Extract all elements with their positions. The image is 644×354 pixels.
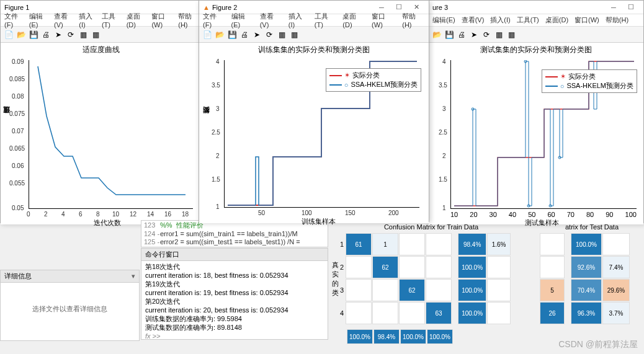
conf-cell: 100.0% [347,329,373,344]
figure1-plot: 适应度值 0.09 0.085 0.08 0.075 0.07 0.065 0.… [1,57,201,224]
conf-cell: 98.4% [458,233,486,255]
ytick: 2.5 [439,129,447,136]
menu-view[interactable]: 查看(V) [260,12,282,29]
open-icon[interactable]: 📂 [16,29,27,40]
figure2-legend[interactable]: ✶实际分类 ○SSA-HKELM预测分类 [326,68,421,92]
menu-insert[interactable]: 插入(I) [288,12,308,29]
conf-cell [399,302,425,324]
menu-desktop[interactable]: 桌面(D) [342,12,365,29]
rotate-icon[interactable]: ⟳ [481,29,492,40]
conf-cell [346,256,372,278]
arrow-icon[interactable]: ➤ [53,29,64,40]
conf-cell: 62 [399,279,425,301]
print-icon[interactable]: 🖨 [456,29,467,40]
menu-help[interactable]: 帮助(H) [402,12,425,29]
ytick: 2 [442,153,446,159]
menu-edit[interactable]: 编辑(E) [29,12,48,29]
grid1-icon[interactable]: ▦ [276,29,287,40]
menu-edit[interactable]: 编辑(E) [432,15,455,25]
figure3-title: ure 3 [432,4,448,11]
grid2-icon[interactable]: ▦ [90,29,101,40]
conf-cell [346,302,372,324]
legend-line-blue [545,86,558,87]
code-text: %% 性能评价 [160,221,203,229]
print-icon[interactable]: 🖨 [40,29,51,40]
ytick: 3 [442,105,446,112]
open-icon[interactable]: 📂 [214,29,225,40]
ytick: 1 [442,205,446,211]
menu-tools[interactable]: 工具(T) [102,12,120,29]
save-icon[interactable]: 💾 [444,29,455,40]
legend-line-blue [329,84,342,86]
ytick: 0.09 [12,58,24,65]
save-icon[interactable]: 💾 [28,29,39,40]
code-editor[interactable]: 123%% 性能评价 124 -error1 = sum((sim_train1… [141,220,328,247]
command-prompt[interactable]: fx >> [145,332,324,340]
menu-insert[interactable]: 插入(I) [490,15,510,25]
grid2-icon[interactable]: ▦ [288,29,300,40]
xtick: 50 [258,210,265,216]
detail-message: 选择文件以查看详细信息 [1,283,139,314]
menu-tools[interactable]: 工具(T) [315,12,337,29]
menu-window[interactable]: 窗口(W) [372,12,396,29]
menu-desktop[interactable]: 桌面(D) [127,12,146,29]
figure3-legend[interactable]: ✶实际分类 ○SSA-HKELM预测分类 [542,69,637,93]
save-icon[interactable]: 💾 [226,29,238,40]
menu-window[interactable]: 窗口(W) [575,15,599,25]
conf-cell [602,233,630,255]
conf-cell: 61 [346,233,372,255]
xtick: 10 [112,211,119,218]
ytick: 2 [216,153,220,159]
xtick: 150 [345,210,356,216]
new-icon[interactable]: 📄 [3,29,14,40]
figure3-titlebar[interactable]: ure 3─☐ [429,1,643,14]
figure2-toolbar: 📄 📂 💾 🖨 ➤ ⟳ ▦ ▦ [199,27,429,43]
confusion-test: atrix for Test Data 5 26 100.0% 92.6% 7.… [540,223,644,324]
menu-help[interactable]: 帮助(H) [606,15,628,25]
detail-panel: 详细信息 ▾ 选择文件以查看详细信息 [0,270,140,341]
grid2-icon[interactable]: ▦ [506,29,517,40]
conf-cell: 98.4% [373,329,400,344]
conf-cell [399,233,425,255]
rotate-icon[interactable]: ⟳ [65,29,76,40]
arrow-icon[interactable]: ➤ [468,29,480,40]
xtick: 16 [164,211,171,218]
dropdown-icon[interactable]: ▾ [132,272,135,280]
grid1-icon[interactable]: ▦ [78,29,89,40]
command-window-title: 命令行窗口 [141,249,328,261]
menu-edit[interactable]: 编辑(E) [231,12,254,29]
ytick: 4 [442,58,446,65]
menu-file[interactable]: 文件(F) [4,12,23,29]
arrow-icon[interactable]: ➤ [251,29,262,40]
grid1-icon[interactable]: ▦ [493,29,504,40]
figure1-menubar: 文件(F) 编辑(E) 查看(V) 插入(I) 工具(T) 桌面(D) 窗口(W… [1,14,201,27]
print-icon[interactable]: 🖨 [239,29,250,40]
confusion-train: Confusion Matrix for Train Data 真实的类 123… [332,223,530,344]
menu-tools[interactable]: 工具(T) [517,15,539,25]
menu-view[interactable]: 查看(V) [54,12,73,29]
menu-view[interactable]: 查看(V) [462,15,485,25]
menu-desktop[interactable]: 桌面(D) [545,15,568,25]
open-icon[interactable]: 📂 [431,29,442,40]
confusion-colpct: 100.0% 98.4% 100.0% 100.0% [347,329,530,344]
new-icon[interactable]: 📄 [202,29,213,40]
xtick: 14 [147,211,154,218]
menu-window[interactable]: 窗口(W) [151,12,172,29]
minimize-icon[interactable]: ─ [605,1,622,14]
ytick: 0.055 [9,180,25,187]
menu-insert[interactable]: 插入(I) [79,12,96,29]
conf-cell: 100.0% [458,279,486,301]
code-text: error1 = sum((sim_train1 == labels_train… [160,230,298,237]
figure1-toolbar: 📄 📂 💾 🖨 ➤ ⟳ ▦ ▦ [1,27,201,43]
figure2-chart-title: 训练集集的实际分类和预测分类图 [199,43,429,57]
maximize-icon[interactable]: ☐ [622,1,640,14]
figure1-chart-title: 适应度曲线 [1,43,201,57]
conf-cell: 70.4% [571,279,602,301]
menu-help[interactable]: 帮助(H) [178,12,197,29]
conf-cell: 92.6% [571,256,602,278]
rotate-icon[interactable]: ⟳ [264,29,275,40]
command-window[interactable]: 命令行窗口 第18次迭代current iteration is: 18, be… [141,248,328,340]
conf-cell: 100.0% [458,302,486,324]
menu-file[interactable]: 文件(F) [203,12,225,29]
conf-cell: 29.6% [602,279,630,301]
